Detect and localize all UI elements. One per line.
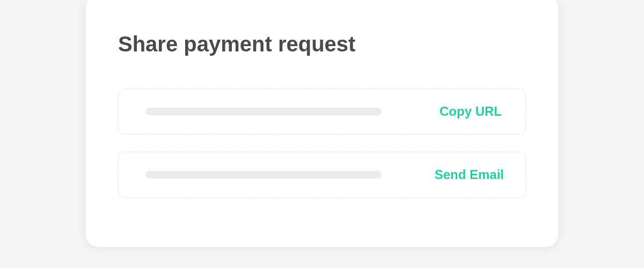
copy-url-row: Copy URL [118, 88, 526, 135]
share-payment-card: Share payment request Copy URL Send Emai… [86, 0, 558, 247]
email-placeholder-bar [145, 171, 382, 178]
url-placeholder-bar [145, 108, 382, 115]
copy-url-button[interactable]: Copy URL [418, 104, 504, 119]
send-email-button[interactable]: Send Email [413, 167, 504, 182]
card-title: Share payment request [118, 32, 526, 56]
send-email-row: Send Email [118, 152, 526, 198]
